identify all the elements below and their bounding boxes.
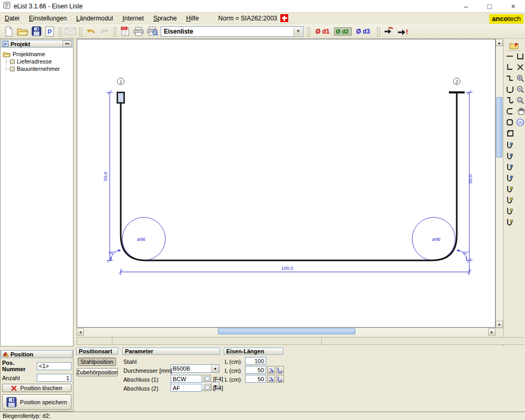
menu-hilfe[interactable]: Hilfe [182,13,204,24]
position-panel-title: Position [10,351,33,358]
diameter-d3-button[interactable]: Ø d3 [353,26,373,37]
pdf-export-button[interactable]: PDF [118,25,132,38]
shape-library-button[interactable] [507,40,521,51]
scroll-right-button[interactable]: ► [488,328,496,335]
project-panel-header: P Projekt «« [1,40,72,48]
chevron-down-icon[interactable]: ▼ [211,365,219,372]
undo-button[interactable] [84,25,98,38]
list-type-combobox[interactable]: Eisenliste ▼ [161,26,303,37]
horizontal-scroll-thumb[interactable] [218,328,355,334]
scroll-up-button[interactable]: ▲ [496,39,503,46]
shape-loop-icon[interactable] [505,118,514,127]
shape-c-icon[interactable] [505,107,514,116]
length3-radius-button[interactable] [276,375,284,383]
shape-u-icon[interactable] [505,85,514,93]
undo-icon [86,27,96,36]
zoom-ratio-icon[interactable]: 11 [516,96,525,104]
minimize-button[interactable]: – [454,0,478,13]
shape-hook-blue-icon[interactable] [505,162,514,171]
close-button[interactable]: × [501,0,525,13]
abschluss1-picker-button[interactable] [204,375,211,382]
tree-item-lieferadresse[interactable]: Lieferadresse [10,58,73,65]
scroll-left-button[interactable]: ◄ [77,328,84,335]
f4-hint: [F4] [213,385,223,391]
shape-straight-icon[interactable] [505,51,514,60]
pan-hand-icon[interactable] [516,107,525,116]
import-position-button[interactable] [382,25,395,38]
save-button[interactable] [29,25,43,38]
print-preview-button[interactable] [145,25,159,38]
anzahl-input[interactable] [37,374,71,382]
save-floppy-icon [6,397,17,407]
abschluss2-label: Abschluss (2) [123,385,159,392]
length2-input[interactable] [245,366,266,374]
shape-hook-blue-icon[interactable] [505,140,514,149]
svg-text:11: 11 [518,98,521,101]
length3-input[interactable] [245,375,266,383]
chevron-down-icon[interactable]: ▼ [293,27,302,36]
zoom-out-icon[interactable] [516,85,525,93]
save-floppy-icon [32,26,41,36]
abschluss2-input[interactable] [171,384,202,392]
tree-item-project[interactable]: Projektname [3,50,73,58]
redo-button[interactable] [98,25,111,38]
position-loeschen-button[interactable]: Position löschen [2,384,71,392]
shape-hook-yellow-icon[interactable] [505,195,514,204]
node-icon [10,67,15,71]
zoom-level-badge[interactable]: 20 [516,118,525,127]
length1-input[interactable] [245,357,266,365]
zoom-in-icon[interactable] [516,74,525,82]
shape-z-icon[interactable] [505,74,514,82]
shape-l-icon[interactable] [505,62,514,71]
stahl-select[interactable]: B500B▼ [171,364,219,373]
abschluss2-picker-button[interactable] [204,384,211,391]
abschluss1-input[interactable] [171,375,202,383]
tree-item-bauunternehmer[interactable]: Bauunternehmer [10,65,73,72]
combo-value: Eisenliste [161,28,193,35]
scroll-down-button[interactable]: ▼ [496,321,503,328]
project-panel: P Projekt «« Projektname Lieferadresse B… [0,39,74,346]
shape-stirrup-icon[interactable] [505,129,514,138]
position-panel: Position Pos. Nummer Anzahl Position lös… [0,350,74,412]
vertical-scroll-thumb[interactable] [496,97,502,158]
pos-nummer-input[interactable] [37,362,71,370]
collapse-panel-button[interactable]: «« [62,40,71,47]
marker-2: 2 [455,79,458,85]
shape-hook-blue-icon[interactable] [505,173,514,182]
stahlposition-button[interactable]: Stahlposition [78,358,116,366]
shape-open-u-icon[interactable] [516,51,525,60]
menu-internet[interactable]: Internet [118,13,149,24]
horizontal-scrollbar[interactable]: ◄ ► [77,328,496,335]
export-position-button[interactable]: ! [395,25,409,38]
menu-sprache[interactable]: Sprache [149,13,182,24]
diameter-d2-button[interactable]: Ø d2 [334,27,352,36]
length3-angle-button[interactable] [267,375,275,383]
abschluss1-label: Abschluss (1) [123,376,159,383]
shape-hook-blue-icon[interactable] [505,151,514,160]
stahl-label: Stahl [123,359,136,365]
menu-datei[interactable]: Datei [0,13,24,24]
shape-hook-yellow-icon[interactable] [505,184,514,193]
print-button[interactable] [132,25,145,38]
shape-hook-yellow-icon[interactable] [505,206,514,215]
print-form-button[interactable]: P [43,25,57,38]
position-speichern-button[interactable]: Position speichern [2,394,71,410]
drawing-canvas[interactable]: 1 2 ø96 ø96 50,0 50,0 1 [77,39,496,328]
email-button[interactable] [64,25,77,38]
svg-text:P: P [4,42,7,47]
shape-hook-yellow-icon[interactable] [505,217,514,226]
open-button[interactable] [16,25,29,38]
norm-label: Norm = SIA262:2003 [218,15,277,22]
zubehoerposition-button[interactable]: Zubehörposition [77,368,118,376]
length2-angle-button[interactable] [267,366,275,374]
length2-radius-button[interactable] [276,366,284,374]
maximize-button[interactable]: □ [478,0,501,13]
new-document-button[interactable] [2,25,16,38]
diameter-d1-button[interactable]: Ø d1 [312,26,333,37]
menu-einstellungen[interactable]: Einstellungen [24,13,71,24]
vertical-scrollbar[interactable]: ▲ ▼ [496,39,503,328]
svg-text:P: P [47,28,51,35]
menu-laendermodul[interactable]: Ländermodul [71,13,118,24]
shape-hook-icon[interactable] [505,96,514,104]
delete-icon[interactable] [516,62,525,71]
